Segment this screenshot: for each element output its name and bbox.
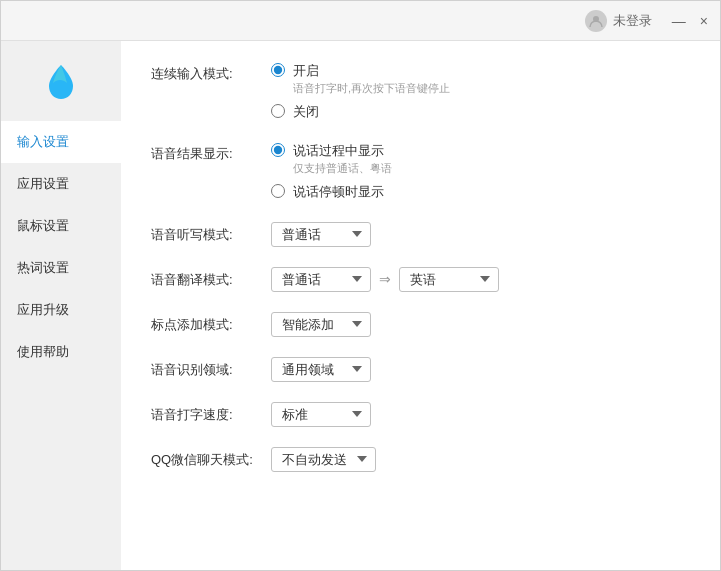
minimize-button[interactable]: —: [672, 14, 686, 28]
voice-result-realtime-sublabel: 仅支持普通话、粤语: [293, 161, 392, 176]
continuous-input-on[interactable]: 开启 语音打字时,再次按下语音键停止: [271, 61, 450, 96]
continuous-input-on-label: 开启: [293, 61, 450, 81]
voice-translate-row: 语音翻译模式: 普通话 粤语 ⇒ 英语 日语 韩语: [151, 267, 690, 292]
voice-result-row: 语音结果显示: 说话过程中显示 仅支持普通话、粤语 说话停顿时显示: [151, 141, 690, 201]
voice-result-label: 语音结果显示:: [151, 141, 271, 163]
punctuation-label: 标点添加模式:: [151, 312, 271, 334]
typing-speed-controls: 标准 快速 极速: [271, 402, 371, 427]
voice-listen-row: 语音听写模式: 普通话 粤语 英语: [151, 222, 690, 247]
voice-domain-controls: 通用领域 医疗 法律: [271, 357, 371, 382]
voice-result-realtime-label: 说话过程中显示: [293, 141, 392, 161]
voice-result-controls: 说话过程中显示 仅支持普通话、粤语 说话停顿时显示: [271, 141, 392, 201]
translate-arrow-icon: ⇒: [379, 271, 391, 287]
titlebar: 未登录 — ×: [1, 1, 720, 41]
qq-wechat-label: QQ微信聊天模式:: [151, 447, 271, 469]
voice-listen-controls: 普通话 粤语 英语: [271, 222, 371, 247]
continuous-input-controls: 开启 语音打字时,再次按下语音键停止 关闭: [271, 61, 450, 121]
window-controls: — ×: [672, 14, 708, 28]
continuous-input-row: 连续输入模式: 开启 语音打字时,再次按下语音键停止 关闭: [151, 61, 690, 121]
voice-result-realtime-radio[interactable]: [271, 143, 285, 157]
voice-result-pause-radio[interactable]: [271, 184, 285, 198]
sidebar-item-hotword-settings[interactable]: 热词设置: [1, 247, 121, 289]
typing-speed-dropdown[interactable]: 标准 快速 极速: [271, 402, 371, 427]
voice-result-pause-label: 说话停顿时显示: [293, 182, 384, 202]
qq-wechat-row: QQ微信聊天模式: 不自动发送 自动发送: [151, 447, 690, 472]
main-content: 连续输入模式: 开启 语音打字时,再次按下语音键停止 关闭: [121, 41, 720, 570]
close-button[interactable]: ×: [700, 14, 708, 28]
qq-wechat-mode-dropdown[interactable]: 不自动发送 自动发送: [271, 447, 376, 472]
voice-translate-to-dropdown[interactable]: 英语 日语 韩语: [399, 267, 499, 292]
typing-speed-label: 语音打字速度:: [151, 402, 271, 424]
voice-domain-row: 语音识别领域: 通用领域 医疗 法律: [151, 357, 690, 382]
punctuation-mode-dropdown[interactable]: 智能添加 不添加 手动添加: [271, 312, 371, 337]
logo-area: [1, 51, 121, 121]
voice-translate-from-dropdown[interactable]: 普通话 粤语: [271, 267, 371, 292]
user-login-label: 未登录: [613, 12, 652, 30]
continuous-input-off-radio[interactable]: [271, 104, 285, 118]
punctuation-row: 标点添加模式: 智能添加 不添加 手动添加: [151, 312, 690, 337]
voice-translate-controls: 普通话 粤语 ⇒ 英语 日语 韩语: [271, 267, 499, 292]
continuous-input-on-radio[interactable]: [271, 63, 285, 77]
punctuation-controls: 智能添加 不添加 手动添加: [271, 312, 371, 337]
voice-domain-dropdown[interactable]: 通用领域 医疗 法律: [271, 357, 371, 382]
sidebar: 输入设置 应用设置 鼠标设置 热词设置 应用升级 使用帮助: [1, 41, 121, 570]
voice-listen-mode-dropdown[interactable]: 普通话 粤语 英语: [271, 222, 371, 247]
content-area: 输入设置 应用设置 鼠标设置 热词设置 应用升级 使用帮助 连续输入模式:: [1, 41, 720, 570]
sidebar-item-app-settings[interactable]: 应用设置: [1, 163, 121, 205]
voice-result-realtime[interactable]: 说话过程中显示 仅支持普通话、粤语: [271, 141, 392, 176]
sidebar-item-help[interactable]: 使用帮助: [1, 331, 121, 373]
voice-translate-label: 语音翻译模式:: [151, 267, 271, 289]
sidebar-item-input-settings[interactable]: 输入设置: [1, 121, 121, 163]
sidebar-item-mouse-settings[interactable]: 鼠标设置: [1, 205, 121, 247]
user-area: 未登录: [13, 10, 652, 32]
sidebar-item-app-upgrade[interactable]: 应用升级: [1, 289, 121, 331]
app-logo-icon: [41, 61, 81, 101]
voice-listen-label: 语音听写模式:: [151, 222, 271, 244]
typing-speed-row: 语音打字速度: 标准 快速 极速: [151, 402, 690, 427]
voice-result-pause[interactable]: 说话停顿时显示: [271, 182, 392, 202]
voice-domain-label: 语音识别领域:: [151, 357, 271, 379]
user-avatar-icon: [585, 10, 607, 32]
continuous-input-label: 连续输入模式:: [151, 61, 271, 83]
continuous-input-off[interactable]: 关闭: [271, 102, 450, 122]
app-window: 未登录 — × 输入设置 应用设置 鼠标设置: [0, 0, 721, 571]
continuous-input-off-label: 关闭: [293, 102, 319, 122]
continuous-input-on-sublabel: 语音打字时,再次按下语音键停止: [293, 81, 450, 96]
qq-wechat-controls: 不自动发送 自动发送: [271, 447, 376, 472]
